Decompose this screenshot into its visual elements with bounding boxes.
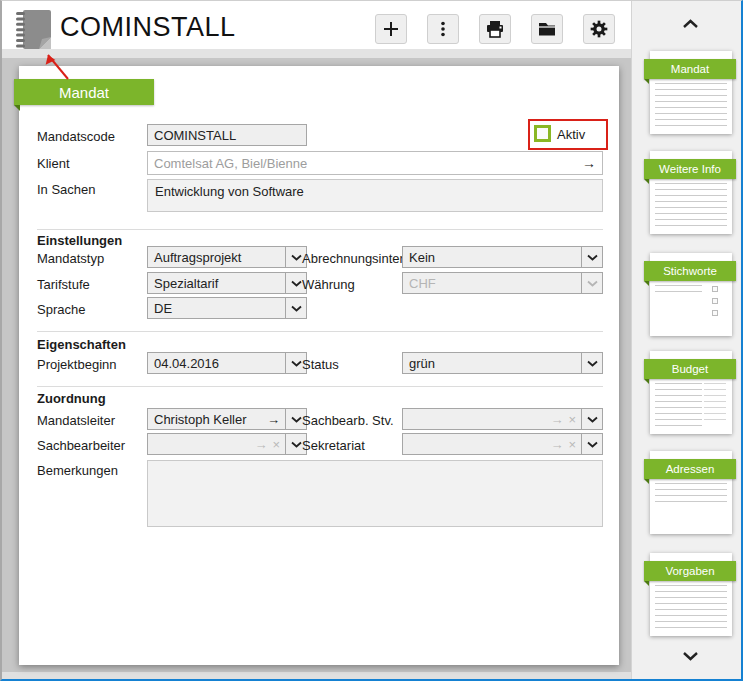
- section-zuordnung: Zuordnung: [37, 391, 106, 406]
- sachbearbeiter-select[interactable]: →×: [147, 433, 307, 455]
- chevron-down-icon: [581, 409, 602, 429]
- mandat-form-panel: Mandat Mandatscode COMINSTALL Aktiv Klie…: [19, 66, 619, 665]
- sekretariat-label: Sekretariat: [302, 438, 365, 453]
- section-eigenschaften: Eigenschaften: [37, 337, 126, 352]
- projektbeginn-select[interactable]: 04.04.2016: [147, 352, 307, 374]
- app-window: COMINSTALL: [0, 0, 743, 681]
- notebook-icon: [16, 9, 52, 50]
- folder-button[interactable]: [531, 14, 563, 44]
- chevron-down-icon: [581, 273, 602, 293]
- bemerkungen-textarea[interactable]: [147, 460, 603, 527]
- mandatstyp-label: Mandatstyp: [37, 251, 104, 266]
- goto-person-arrow-icon[interactable]: →: [267, 412, 280, 427]
- add-button[interactable]: [375, 14, 407, 44]
- sekretariat-select[interactable]: →×: [402, 433, 603, 455]
- sidebar-item-adressen[interactable]: Adressen: [650, 451, 732, 534]
- print-button[interactable]: [479, 14, 511, 44]
- goto-person-arrow-icon: →: [550, 437, 563, 452]
- kebab-menu-icon: [434, 20, 452, 38]
- in-sachen-label: In Sachen: [37, 182, 96, 197]
- aktiv-checkbox[interactable]: [534, 125, 551, 142]
- sprache-select[interactable]: DE: [147, 297, 307, 319]
- in-sachen-input[interactable]: Entwicklung von Software: [147, 179, 603, 212]
- klient-label: Klient: [37, 156, 70, 171]
- header-divider-band: [2, 49, 631, 58]
- mandatsleiter-select[interactable]: Christoph Keller →: [147, 408, 307, 430]
- sidebar-item-budget[interactable]: Budget: [650, 351, 732, 434]
- scroll-down-button[interactable]: [680, 649, 700, 663]
- abrechnungsintervall-label: Abrechnungsinter...: [302, 251, 414, 266]
- clear-icon: ×: [272, 437, 280, 452]
- sachbearb-stv-label: Sachbearb. Stv.: [302, 413, 394, 428]
- toolbar: [375, 14, 615, 44]
- goto-person-arrow-icon: →: [254, 437, 267, 452]
- footer-band: [2, 672, 631, 680]
- tab-mandat-banner: Mandat: [14, 79, 154, 105]
- chevron-down-icon: [581, 353, 602, 373]
- mandatsleiter-label: Mandatsleiter: [37, 413, 115, 428]
- sachbearb-stv-select[interactable]: →×: [402, 408, 603, 430]
- mandatstyp-select[interactable]: Auftragsprojekt: [147, 246, 307, 268]
- gear-icon: [589, 19, 609, 39]
- sidebar-item-weitere-info[interactable]: Weitere Info: [650, 151, 732, 234]
- aktiv-label: Aktiv: [557, 127, 585, 142]
- clear-icon: ×: [568, 412, 576, 427]
- waehrung-select: CHF: [402, 272, 603, 294]
- tarifstufe-select[interactable]: Spezialtarif: [147, 272, 307, 294]
- status-label: Status: [302, 357, 339, 372]
- header: COMINSTALL: [2, 1, 631, 49]
- chevron-down-icon: [682, 651, 699, 661]
- waehrung-label: Währung: [302, 277, 355, 292]
- page-thumbnails-sidebar: Mandat Weitere Info Stichworte Budget Ad…: [631, 1, 743, 680]
- sprache-label: Sprache: [37, 302, 85, 317]
- section-divider: [37, 331, 603, 332]
- more-button[interactable]: [427, 14, 459, 44]
- chevron-down-icon: [285, 298, 306, 318]
- scroll-up-button[interactable]: [680, 17, 700, 31]
- plus-icon: [382, 20, 400, 38]
- banner-fold: [14, 105, 20, 111]
- mandatscode-input[interactable]: COMINSTALL: [147, 124, 307, 146]
- clear-icon: ×: [568, 437, 576, 452]
- projektbeginn-label: Projektbeginn: [37, 357, 117, 372]
- folder-icon: [537, 20, 557, 38]
- tarifstufe-label: Tarifstufe: [37, 277, 90, 292]
- abrechnungsintervall-select[interactable]: Kein: [402, 246, 603, 268]
- sidebar-item-vorgaben[interactable]: Vorgaben: [650, 553, 732, 636]
- sidebar-item-mandat[interactable]: Mandat: [650, 51, 732, 134]
- printer-icon: [485, 20, 505, 38]
- settings-button[interactable]: [583, 14, 615, 44]
- section-einstellungen: Einstellungen: [37, 233, 122, 248]
- goto-client-arrow-icon[interactable]: →: [582, 155, 596, 171]
- page-title: COMINSTALL: [60, 12, 236, 43]
- klient-input[interactable]: Comtelsat AG, Biel/Bienne →: [147, 151, 603, 175]
- section-divider: [37, 229, 603, 230]
- sachbearbeiter-label: Sachbearbeiter: [37, 438, 125, 453]
- sidebar-item-stichworte[interactable]: Stichworte: [650, 253, 732, 336]
- chevron-down-icon: [581, 434, 602, 454]
- status-select[interactable]: grün: [402, 352, 603, 374]
- mandatscode-label: Mandatscode: [37, 129, 115, 144]
- chevron-down-icon: [581, 247, 602, 267]
- bemerkungen-label: Bemerkungen: [37, 463, 118, 478]
- section-divider: [37, 386, 603, 387]
- chevron-up-icon: [682, 19, 699, 29]
- goto-person-arrow-icon: →: [550, 412, 563, 427]
